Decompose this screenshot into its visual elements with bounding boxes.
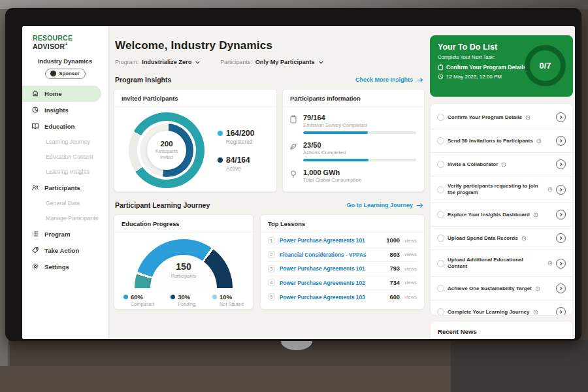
stat-emission-survey: 79/164 Emission Survey Completed [289, 114, 416, 134]
todo-checkbox[interactable] [437, 161, 444, 168]
education-gauge: 150 Participants [135, 239, 233, 288]
todo-checkbox[interactable] [437, 308, 444, 316]
todo-checkbox[interactable] [437, 235, 444, 242]
todo-open-button[interactable] [556, 112, 566, 122]
lesson-row-3[interactable]: 3 Power Purchase Agreements 101 793 view… [268, 262, 417, 276]
lesson-link[interactable]: Power Purchase Agreements 101 [280, 237, 365, 244]
todo-open-button[interactable] [556, 259, 566, 269]
tag-icon [31, 246, 39, 254]
todo-open-button[interactable] [556, 210, 566, 220]
lesson-link[interactable]: Power Purchase Agreements 102 [280, 280, 365, 286]
todo-open-button[interactable] [556, 136, 566, 146]
program-insights-title: Program Insights [115, 76, 171, 84]
people-icon [31, 184, 39, 191]
legend-completed: 60% Completed [123, 293, 154, 307]
home-icon [31, 90, 39, 97]
chevron-right-icon [559, 261, 563, 266]
sidebar-item-manage-participants[interactable]: Manage Participants [22, 211, 108, 226]
logo-plus: + [65, 42, 67, 46]
sidebar-item-general-data[interactable]: General Data [22, 196, 108, 211]
legend-pending: 30% Pending [171, 293, 195, 307]
gauge-center-value: 150 [135, 261, 233, 272]
sidebar-item-insights[interactable]: Insights [22, 102, 108, 118]
todo-open-button[interactable] [556, 307, 566, 316]
survey-icon [289, 115, 297, 123]
clock-icon [438, 74, 444, 80]
invited-participants-donut: 200 Participants Invited [129, 112, 204, 188]
sidebar-item-program[interactable]: Program [22, 226, 108, 242]
list-icon [31, 230, 39, 238]
todo-panel: Your To Do List Complete Your Next Task:… [430, 26, 573, 339]
todo-progress-value: 0/7 [539, 61, 551, 71]
logo-secondary: ADVISOR [33, 42, 65, 50]
donut-center-value: 200 [160, 140, 172, 148]
sidebar-item-learning-insights[interactable]: Learning Insights [22, 165, 108, 180]
sidebar-item-learning-journey[interactable]: Learning Journey [22, 135, 108, 150]
background-desk [0, 366, 451, 392]
active-dot-icon [218, 157, 223, 163]
sidebar-item-home[interactable]: Home [22, 86, 101, 102]
todo-open-button[interactable] [556, 233, 566, 243]
sidebar-item-education-content[interactable]: Education Content [22, 150, 108, 165]
main-content: Welcome, Industry Dynamics Program: Indu… [114, 26, 425, 339]
todo-item-3[interactable]: Invite a Collaborator [431, 153, 572, 176]
lesson-link[interactable]: Power Purchase Agreements 103 [280, 294, 365, 301]
clock-icon [525, 115, 531, 120]
education-progress-card-title: Education Progress [114, 215, 253, 233]
todo-checkbox[interactable] [437, 211, 444, 218]
book-icon [31, 122, 39, 130]
sponsor-badge: Sponsor [45, 69, 86, 79]
todo-item-5[interactable]: Explore Your Insights Dashboard [431, 203, 572, 227]
lesson-row-5[interactable]: 5 Power Purchase Agreements 103 600 view… [268, 290, 417, 304]
lesson-link[interactable]: Financial Considerations - VPPAs [280, 252, 367, 258]
todo-open-button[interactable] [556, 159, 566, 169]
clock-icon [533, 310, 538, 315]
chevron-down-icon [318, 59, 324, 65]
monitor-stand [281, 340, 312, 350]
todo-item-6[interactable]: Upload Spend Data Records [431, 227, 572, 250]
todo-checkbox[interactable] [437, 186, 444, 193]
chevron-right-icon [559, 115, 563, 120]
recent-news-card: Recent News [430, 321, 573, 339]
donut-center-label: Participants Invited [152, 149, 181, 160]
todo-item-2[interactable]: Send 50 Invitations to Participants [431, 129, 572, 153]
chevron-right-icon [559, 139, 563, 143]
todo-item-9[interactable]: Complete Your Learning Journey [431, 301, 572, 316]
lesson-row-4[interactable]: 4 Power Purchase Agreements 102 734 view… [268, 276, 417, 291]
lesson-row-1[interactable]: 1 Power Purchase Agreements 101 1000 vie… [268, 234, 417, 248]
todo-item-8[interactable]: Achieve One Sustainability Target [431, 277, 572, 301]
page-title: Welcome, Industry Dynamics [114, 26, 425, 52]
todo-checkbox[interactable] [437, 285, 444, 292]
dashboard-screen: RESOURCE ADVISOR+ Industry Dynamics Spon… [22, 26, 575, 339]
clock-icon [536, 139, 542, 144]
participants-filter-dropdown[interactable]: Participants: Only My Participants [220, 59, 323, 65]
todo-item-4[interactable]: Verify participants requesting to join t… [431, 176, 572, 203]
sidebar-item-education[interactable]: Education [22, 118, 108, 135]
sidebar-item-take-action[interactable]: Take Action [22, 242, 108, 259]
check-more-insights-link[interactable]: Check More Insights [355, 76, 423, 83]
todo-item-1[interactable]: Confirm Your Program Details [431, 106, 572, 129]
logo-primary: RESOURCE [33, 34, 73, 42]
todo-open-button[interactable] [556, 185, 566, 195]
bulb-icon [289, 170, 297, 178]
sidebar-item-participants[interactable]: Participants [22, 180, 108, 196]
todo-checkbox[interactable] [437, 114, 444, 121]
sidebar-item-settings[interactable]: Settings [22, 259, 108, 275]
arrow-right-icon [416, 203, 423, 208]
todo-item-7[interactable]: Upload Additional Educational Content [431, 250, 572, 277]
todo-list-card: Confirm Your Program Details Send 50 Inv… [430, 103, 573, 316]
chevron-right-icon [559, 286, 563, 291]
program-filter-dropdown[interactable]: Program: Industrialize Zero [115, 59, 201, 65]
go-to-learning-journey-link[interactable]: Go to Learning Journey [346, 202, 423, 208]
lesson-link[interactable]: Power Purchase Agreements 101 [280, 265, 365, 272]
todo-checkbox[interactable] [437, 137, 444, 144]
app-logo: RESOURCE ADVISOR+ [22, 26, 108, 50]
clock-icon [501, 162, 506, 167]
sidebar: RESOURCE ADVISOR+ Industry Dynamics Spon… [22, 26, 108, 339]
todo-open-button[interactable] [556, 284, 566, 293]
todo-checkbox[interactable] [437, 260, 444, 267]
learning-journey-title: Participant Learning Journey [115, 201, 210, 209]
invited-participants-card: Invited Participants 200 Participants In… [114, 89, 277, 192]
lesson-row-2[interactable]: 2 Financial Considerations - VPPAs 803 v… [268, 248, 417, 263]
top-lessons-card-title: Top Lessons [261, 215, 424, 233]
